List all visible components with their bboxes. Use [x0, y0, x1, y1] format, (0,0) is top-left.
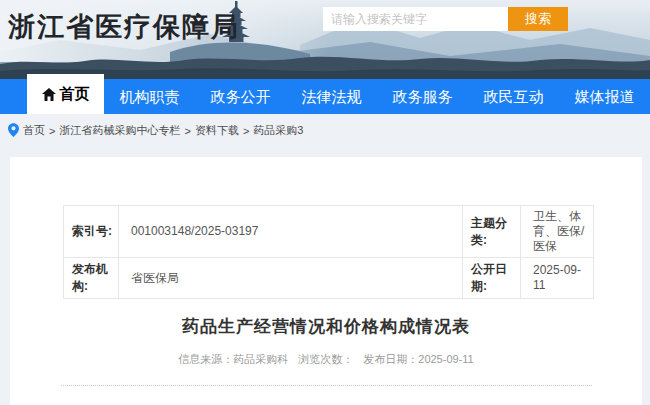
article-title: 药品生产经营情况和价格构成情况表: [10, 315, 642, 338]
meta-label-topic: 主题分类:: [463, 206, 521, 258]
nav-item-laws[interactable]: 法律法规: [286, 79, 377, 114]
nav-item-media[interactable]: 媒体报道: [559, 79, 650, 114]
main-nav: 首页 机构职责 政务公开 法律法规 政务服务 政民互动 媒体报道: [0, 79, 650, 114]
breadcrumb-trail: 首页 > 浙江省药械采购中心专栏 > 资料下载 > 药品采购3: [23, 123, 303, 138]
breadcrumb-procurement-center-link[interactable]: 浙江省药械采购中心专栏: [59, 123, 180, 138]
site-banner: 浙江省医疗保障局 搜索: [0, 0, 650, 79]
search-bar: 搜索: [323, 7, 568, 31]
meta-table-row: 索引号: 001003148/2025-03197 主题分类: 卫生、体育、医保…: [64, 206, 594, 258]
nav-item-gov-services[interactable]: 政务服务: [377, 79, 468, 114]
breadcrumb-separator: >: [49, 125, 55, 137]
info-source-label: 信息来源：: [178, 353, 233, 365]
document-meta-table: 索引号: 001003148/2025-03197 主题分类: 卫生、体育、医保…: [63, 205, 594, 299]
home-icon: [42, 88, 56, 101]
info-views-label: 浏览次数：: [298, 353, 353, 365]
article-info-line: 信息来源：药品采购科浏览次数：发布日期：2025-09-11: [10, 352, 642, 367]
nav-item-public-interaction[interactable]: 政民互动: [468, 79, 559, 114]
meta-value-publisher: 省医保局: [119, 258, 463, 299]
breadcrumb-home-link[interactable]: 首页: [23, 123, 45, 138]
meta-value-date: 2025-09-11: [521, 258, 594, 299]
meta-label-publisher: 发布机构:: [64, 258, 119, 299]
search-button[interactable]: 搜索: [508, 7, 568, 31]
breadcrumb-separator: >: [184, 125, 190, 137]
info-source-value: 药品采购科: [233, 353, 288, 365]
site-title: 浙江省医疗保障局: [8, 9, 240, 45]
meta-value-index: 001003148/2025-03197: [119, 206, 463, 258]
dotted-divider: [61, 385, 592, 386]
breadcrumb: 首页 > 浙江省药械采购中心专栏 > 资料下载 > 药品采购3: [0, 114, 650, 157]
nav-item-gov-disclosure[interactable]: 政务公开: [195, 79, 286, 114]
meta-value-topic: 卫生、体育、医保/医保: [521, 206, 594, 258]
breadcrumb-separator: >: [243, 125, 249, 137]
info-date-label: 发布日期：: [363, 353, 418, 365]
breadcrumb-downloads-link[interactable]: 资料下载: [195, 123, 239, 138]
meta-label-index: 索引号:: [64, 206, 119, 258]
info-date-value: 2025-09-11: [418, 353, 473, 365]
search-input[interactable]: [323, 7, 508, 31]
meta-label-date: 公开日期:: [463, 258, 521, 299]
location-pin-icon: [8, 123, 19, 137]
nav-home-label: 首页: [60, 85, 90, 104]
nav-item-home[interactable]: 首页: [27, 74, 104, 114]
nav-items: 机构职责 政务公开 法律法规 政务服务 政民互动 媒体报道: [104, 79, 650, 114]
nav-item-duties[interactable]: 机构职责: [104, 79, 195, 114]
meta-table-row: 发布机构: 省医保局 公开日期: 2025-09-11: [64, 258, 594, 299]
content-card: 索引号: 001003148/2025-03197 主题分类: 卫生、体育、医保…: [10, 157, 642, 405]
breadcrumb-current-page: 药品采购3: [253, 123, 303, 138]
